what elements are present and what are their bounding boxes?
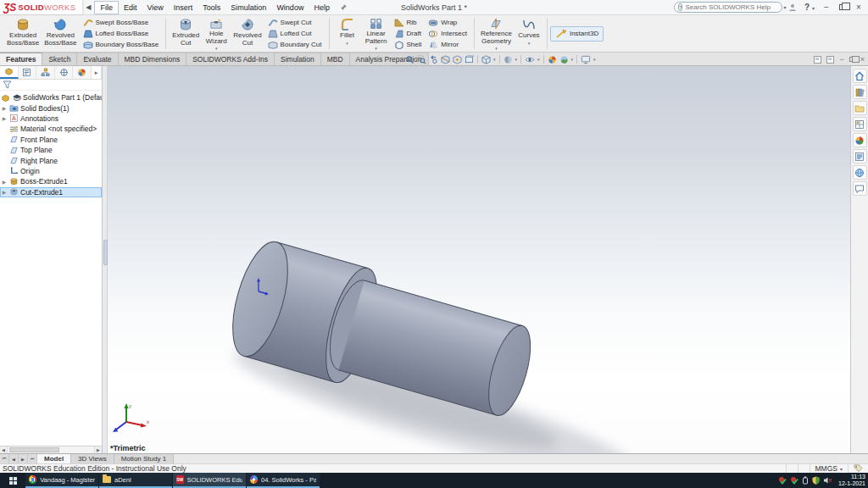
tree-item-material[interactable]: Material <not specified> xyxy=(0,124,102,134)
tree-item-front-plane[interactable]: Front Plane xyxy=(0,135,102,145)
search-input[interactable] xyxy=(685,3,778,11)
taskbar-item-solidworks[interactable]: SW SOLIDWORKS Educ... xyxy=(173,473,246,488)
hide-show-items-icon[interactable] xyxy=(525,55,535,64)
3d-drawing-view-icon[interactable] xyxy=(465,55,474,64)
taskbar-clock[interactable]: 11:13 12-1-2021 xyxy=(836,474,865,487)
menu-insert[interactable]: Insert xyxy=(169,2,198,14)
doc-close-button[interactable]: × xyxy=(860,55,865,64)
graphics-viewport[interactable]: y x *Trimetric xyxy=(108,66,850,453)
boundary-cut-button[interactable]: Boundary Cut xyxy=(266,40,324,50)
fillet-caret-icon[interactable]: ▾ xyxy=(346,41,348,46)
view-settings-caret-icon[interactable]: ▾ xyxy=(593,57,596,62)
login-user-icon[interactable] xyxy=(787,3,798,12)
curves-caret-icon[interactable]: ▾ xyxy=(528,41,531,46)
tree-item-boss-extrude1[interactable]: ▶ Boss-Extrude1 xyxy=(0,176,102,186)
edit-appearance-icon[interactable] xyxy=(548,55,557,64)
sync-status-icon[interactable] xyxy=(778,476,787,485)
tree-root-part[interactable]: SolidWorks Part 1 (Default<<Def... xyxy=(0,92,102,103)
previous-document-icon[interactable] xyxy=(826,56,834,64)
menu-edit[interactable]: Edit xyxy=(119,2,142,14)
swept-cut-button[interactable]: Swept Cut xyxy=(266,18,324,28)
expand-arrow-icon[interactable]: ▶ xyxy=(0,189,8,195)
doc-restore-button[interactable] xyxy=(849,57,855,62)
tab-evaluate[interactable]: Evaluate xyxy=(77,53,118,65)
rib-button[interactable]: Rib xyxy=(392,18,424,28)
tab-3d-views[interactable]: 3D Views xyxy=(71,454,114,463)
zoom-to-fit-icon[interactable] xyxy=(405,55,415,64)
previous-view-icon[interactable] xyxy=(429,55,438,64)
expand-arrow-icon[interactable]: ▶ xyxy=(0,115,8,121)
tab-first-icon[interactable]: ⏮ xyxy=(0,454,9,463)
search-options-caret-icon[interactable]: ▾ xyxy=(783,4,786,10)
tree-item-cut-extrude1[interactable]: ▶ Cut-Extrude1 xyxy=(0,187,102,197)
start-button[interactable] xyxy=(0,473,25,488)
taskbar-item-folder[interactable]: aDenl xyxy=(99,473,172,488)
dimxpert-manager-tab[interactable] xyxy=(55,66,74,79)
reference-geometry-button[interactable]: Reference Geometry ▾ xyxy=(478,16,515,51)
menu-view[interactable]: View xyxy=(142,2,168,14)
window-close-button[interactable]: × xyxy=(853,3,865,12)
zoom-to-area-icon[interactable] xyxy=(417,55,426,64)
taskbar-item-chrome[interactable]: Vandaag - Magister... xyxy=(25,473,98,488)
volume-muted-icon[interactable] xyxy=(823,476,832,485)
section-view-icon[interactable] xyxy=(441,55,450,64)
menu-window[interactable]: Window xyxy=(271,2,309,14)
scroll-left-icon[interactable]: ◀ xyxy=(0,446,8,453)
custom-properties-tag[interactable] xyxy=(848,464,868,473)
menu-collapse-arrow-icon[interactable]: ◀ xyxy=(82,3,94,11)
expand-arrow-icon[interactable]: ▶ xyxy=(0,105,8,111)
tree-item-top-plane[interactable]: Top Plane xyxy=(0,145,102,155)
display-style-caret-icon[interactable]: ▾ xyxy=(515,57,518,62)
extruded-cut-button[interactable]: Extruded Cut xyxy=(170,16,202,51)
tab-mbd[interactable]: MBD xyxy=(321,53,350,65)
tab-last-icon[interactable]: ⏭ xyxy=(28,454,37,463)
fillet-button[interactable]: Fillet ▾ xyxy=(333,16,362,51)
sync-status-icon[interactable] xyxy=(790,476,798,485)
boundary-boss-base-button[interactable]: Boundary Boss/Base xyxy=(81,40,161,50)
tab-sketch[interactable]: Sketch xyxy=(42,53,77,65)
view-settings-icon[interactable] xyxy=(581,55,591,64)
menu-file[interactable]: File xyxy=(94,1,119,14)
property-manager-tab[interactable] xyxy=(19,66,37,79)
expand-arrow-icon[interactable]: ▶ xyxy=(0,179,8,185)
help-search-box[interactable]: ? ▾ xyxy=(674,2,782,13)
shell-button[interactable]: Shell xyxy=(392,40,424,50)
view-orientation-caret-icon[interactable]: ▾ xyxy=(493,57,496,62)
tree-item-annotations[interactable]: ▶ A Annotations xyxy=(0,114,102,124)
lofted-boss-base-button[interactable]: Lofted Boss/Base xyxy=(81,29,161,39)
dynamic-annotation-views-icon[interactable] xyxy=(453,55,462,64)
feature-manager-tree-tab[interactable] xyxy=(0,66,19,79)
window-restore-button[interactable] xyxy=(837,3,849,12)
apply-scene-caret-icon[interactable]: ▾ xyxy=(571,57,574,62)
configuration-manager-tab[interactable] xyxy=(36,66,55,79)
extruded-boss-base-button[interactable]: Extruded Boss/Base xyxy=(4,16,42,51)
curves-button[interactable]: Curves ▾ xyxy=(515,16,543,51)
revolved-boss-base-button[interactable]: Revolved Boss/Base xyxy=(42,16,79,51)
tab-solidworks-add-ins[interactable]: SOLIDWORKS Add-Ins xyxy=(186,53,275,65)
pin-menu-icon[interactable] xyxy=(340,3,348,11)
display-manager-tab[interactable] xyxy=(73,66,92,79)
revolved-cut-button[interactable]: Revolved Cut xyxy=(231,16,264,51)
solidworks-forum-button[interactable] xyxy=(853,165,867,180)
reference-geometry-caret-icon[interactable]: ▾ xyxy=(495,46,498,51)
scroll-right-icon[interactable]: ▶ xyxy=(94,446,102,453)
taskbar-item-paint[interactable]: 04. SolidWorks - Pa... xyxy=(247,473,320,488)
intersect-button[interactable]: Intersect xyxy=(426,29,469,39)
tab-prev-icon[interactable]: ◀ xyxy=(9,454,19,463)
scrollbar-thumb[interactable] xyxy=(9,447,59,452)
tree-item-solid-bodies[interactable]: ▶ Solid Bodies(1) xyxy=(0,103,102,113)
menu-help[interactable]: Help xyxy=(309,2,335,14)
custom-properties-button[interactable] xyxy=(853,149,867,164)
view-palette-button[interactable] xyxy=(853,117,867,131)
usb-device-icon[interactable] xyxy=(802,476,809,485)
appearances-scenes-button[interactable] xyxy=(853,133,867,147)
security-shield-icon[interactable] xyxy=(812,476,820,485)
tree-horizontal-scrollbar[interactable]: ◀ ▶ xyxy=(0,446,102,453)
solidworks-resources-button[interactable] xyxy=(853,69,867,83)
panel-tab-overflow-arrow[interactable]: ▸ xyxy=(92,66,102,79)
hole-wizard-caret-icon[interactable]: ▾ xyxy=(215,46,218,51)
tab-simulation[interactable]: Simulation xyxy=(275,53,321,65)
linear-pattern-caret-icon[interactable]: ▾ xyxy=(375,46,377,51)
tab-features[interactable]: Features xyxy=(0,53,42,65)
apply-scene-icon[interactable] xyxy=(559,55,569,64)
